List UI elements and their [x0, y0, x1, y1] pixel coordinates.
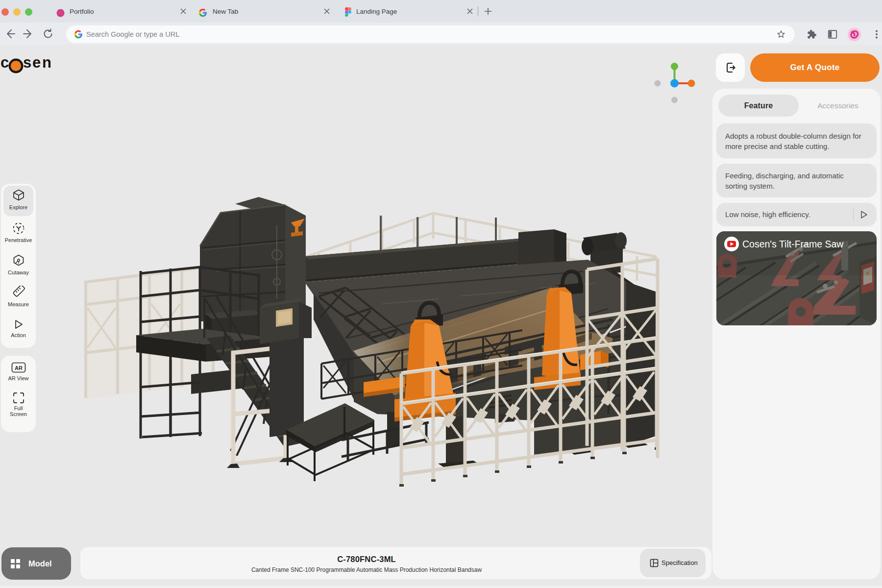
- svg-text:Cosen's Tilt-Frame Saw: Cosen's Tilt-Frame Saw: [742, 239, 844, 249]
- svg-text:AR: AR: [15, 365, 23, 371]
